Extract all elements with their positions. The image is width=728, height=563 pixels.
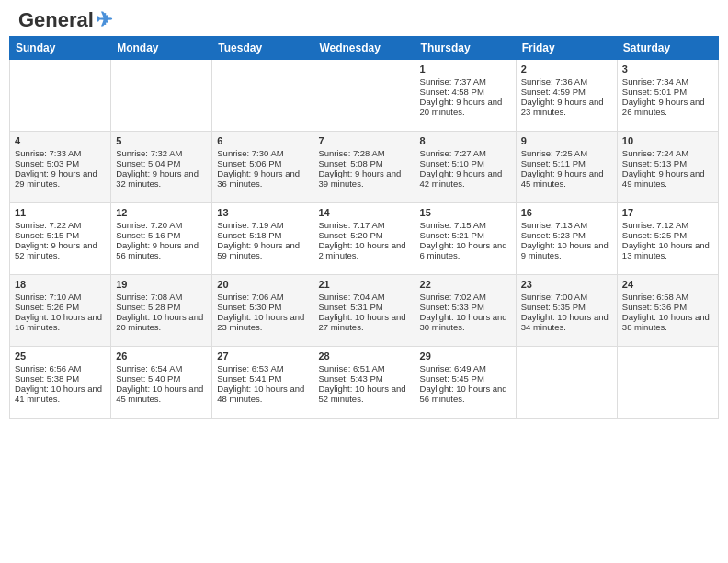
sunrise-text: Sunrise: 7:33 AM <box>15 148 106 158</box>
calendar-cell <box>617 347 718 419</box>
sunrise-text: Sunrise: 6:53 AM <box>217 363 308 373</box>
day-number: 3 <box>622 63 713 75</box>
day-number: 18 <box>15 279 106 290</box>
sunset-text: Sunset: 4:59 PM <box>521 86 612 97</box>
weekday-header: Friday <box>516 37 617 60</box>
daylight-text: Daylight: 9 hours and 45 minutes. <box>521 168 612 189</box>
sunrise-text: Sunrise: 7:04 AM <box>318 292 409 302</box>
sunrise-text: Sunrise: 7:12 AM <box>622 220 713 230</box>
calendar-cell: 6Sunrise: 7:30 AMSunset: 5:06 PMDaylight… <box>212 132 313 203</box>
sunrise-text: Sunrise: 7:25 AM <box>521 148 612 158</box>
daylight-text: Daylight: 10 hours and 6 minutes. <box>420 240 511 260</box>
calendar-week-row: 25Sunrise: 6:56 AMSunset: 5:38 PMDayligh… <box>10 347 719 419</box>
day-number: 8 <box>420 135 511 146</box>
daylight-text: Daylight: 10 hours and 52 minutes. <box>318 384 409 404</box>
sunset-text: Sunset: 4:58 PM <box>420 86 511 97</box>
sunset-text: Sunset: 5:08 PM <box>318 158 409 168</box>
sunrise-text: Sunrise: 6:54 AM <box>116 363 207 373</box>
calendar-cell: 15Sunrise: 7:15 AMSunset: 5:21 PMDayligh… <box>415 203 516 275</box>
daylight-text: Daylight: 9 hours and 29 minutes. <box>15 168 106 189</box>
daylight-text: Daylight: 9 hours and 20 minutes. <box>420 97 511 117</box>
day-number: 23 <box>521 279 612 290</box>
calendar-cell: 22Sunrise: 7:02 AMSunset: 5:33 PMDayligh… <box>415 275 516 347</box>
calendar-cell: 12Sunrise: 7:20 AMSunset: 5:16 PMDayligh… <box>111 203 212 275</box>
daylight-text: Daylight: 10 hours and 41 minutes. <box>15 384 106 404</box>
sunset-text: Sunset: 5:11 PM <box>521 158 612 168</box>
day-number: 17 <box>622 207 713 218</box>
calendar-cell: 23Sunrise: 7:00 AMSunset: 5:35 PMDayligh… <box>516 275 617 347</box>
page-header: General✈ <box>0 0 728 36</box>
calendar-cell: 9Sunrise: 7:25 AMSunset: 5:11 PMDaylight… <box>516 132 617 203</box>
sunrise-text: Sunrise: 7:15 AM <box>420 220 511 230</box>
daylight-text: Daylight: 9 hours and 26 minutes. <box>622 97 713 117</box>
sunset-text: Sunset: 5:16 PM <box>116 230 207 240</box>
calendar-cell: 25Sunrise: 6:56 AMSunset: 5:38 PMDayligh… <box>10 347 111 419</box>
calendar-week-row: 11Sunrise: 7:22 AMSunset: 5:15 PMDayligh… <box>10 203 719 275</box>
calendar-cell: 3Sunrise: 7:34 AMSunset: 5:01 PMDaylight… <box>617 60 718 132</box>
daylight-text: Daylight: 9 hours and 23 minutes. <box>521 97 612 117</box>
day-number: 28 <box>318 350 409 362</box>
day-number: 10 <box>622 135 713 146</box>
weekday-header: Tuesday <box>212 37 313 60</box>
day-number: 22 <box>420 279 511 290</box>
calendar-cell: 28Sunrise: 6:51 AMSunset: 5:43 PMDayligh… <box>313 347 415 419</box>
sunrise-text: Sunrise: 7:22 AM <box>15 220 106 230</box>
weekday-header: Saturday <box>617 37 718 60</box>
calendar-container: SundayMondayTuesdayWednesdayThursdayFrid… <box>0 36 728 423</box>
daylight-text: Daylight: 10 hours and 48 minutes. <box>217 384 308 404</box>
calendar-cell: 5Sunrise: 7:32 AMSunset: 5:04 PMDaylight… <box>111 132 212 203</box>
calendar-cell: 7Sunrise: 7:28 AMSunset: 5:08 PMDaylight… <box>313 132 415 203</box>
daylight-text: Daylight: 9 hours and 39 minutes. <box>318 168 409 189</box>
calendar-cell: 20Sunrise: 7:06 AMSunset: 5:30 PMDayligh… <box>212 275 313 347</box>
daylight-text: Daylight: 10 hours and 27 minutes. <box>318 312 409 332</box>
sunrise-text: Sunrise: 7:32 AM <box>116 148 207 158</box>
day-number: 11 <box>15 207 106 218</box>
daylight-text: Daylight: 9 hours and 52 minutes. <box>15 240 106 260</box>
calendar-table: SundayMondayTuesdayWednesdayThursdayFrid… <box>9 36 719 419</box>
daylight-text: Daylight: 9 hours and 59 minutes. <box>217 240 308 260</box>
daylight-text: Daylight: 10 hours and 9 minutes. <box>521 240 612 260</box>
calendar-cell: 21Sunrise: 7:04 AMSunset: 5:31 PMDayligh… <box>313 275 415 347</box>
sunrise-text: Sunrise: 7:20 AM <box>116 220 207 230</box>
calendar-week-row: 4Sunrise: 7:33 AMSunset: 5:03 PMDaylight… <box>10 132 719 203</box>
calendar-week-row: 18Sunrise: 7:10 AMSunset: 5:26 PMDayligh… <box>10 275 719 347</box>
calendar-cell: 8Sunrise: 7:27 AMSunset: 5:10 PMDaylight… <box>415 132 516 203</box>
calendar-cell: 13Sunrise: 7:19 AMSunset: 5:18 PMDayligh… <box>212 203 313 275</box>
sunset-text: Sunset: 5:33 PM <box>420 302 511 312</box>
sunrise-text: Sunrise: 7:13 AM <box>521 220 612 230</box>
sunset-text: Sunset: 5:01 PM <box>622 86 713 97</box>
calendar-cell: 27Sunrise: 6:53 AMSunset: 5:41 PMDayligh… <box>212 347 313 419</box>
daylight-text: Daylight: 10 hours and 2 minutes. <box>318 240 409 260</box>
calendar-cell: 11Sunrise: 7:22 AMSunset: 5:15 PMDayligh… <box>10 203 111 275</box>
day-number: 7 <box>318 135 409 146</box>
sunrise-text: Sunrise: 7:02 AM <box>420 292 511 302</box>
day-number: 13 <box>217 207 308 218</box>
day-number: 2 <box>521 63 612 75</box>
sunset-text: Sunset: 5:30 PM <box>217 302 308 312</box>
day-number: 4 <box>15 135 106 146</box>
sunset-text: Sunset: 5:18 PM <box>217 230 308 240</box>
weekday-header: Wednesday <box>313 37 415 60</box>
day-number: 15 <box>420 207 511 218</box>
sunset-text: Sunset: 5:25 PM <box>622 230 713 240</box>
calendar-cell: 24Sunrise: 6:58 AMSunset: 5:36 PMDayligh… <box>617 275 718 347</box>
calendar-cell <box>111 60 212 132</box>
sunrise-text: Sunrise: 7:17 AM <box>318 220 409 230</box>
sunrise-text: Sunrise: 7:30 AM <box>217 148 308 158</box>
daylight-text: Daylight: 9 hours and 56 minutes. <box>116 240 207 260</box>
daylight-text: Daylight: 10 hours and 23 minutes. <box>217 312 308 332</box>
calendar-cell: 17Sunrise: 7:12 AMSunset: 5:25 PMDayligh… <box>617 203 718 275</box>
sunrise-text: Sunrise: 7:00 AM <box>521 292 612 302</box>
daylight-text: Daylight: 10 hours and 13 minutes. <box>622 240 713 260</box>
logo-text: General✈ <box>18 9 112 31</box>
sunrise-text: Sunrise: 7:36 AM <box>521 76 612 86</box>
sunset-text: Sunset: 5:03 PM <box>15 158 106 168</box>
sunset-text: Sunset: 5:35 PM <box>521 302 612 312</box>
calendar-cell: 10Sunrise: 7:24 AMSunset: 5:13 PMDayligh… <box>617 132 718 203</box>
sunset-text: Sunset: 5:15 PM <box>15 230 106 240</box>
day-number: 29 <box>420 350 511 362</box>
weekday-header: Sunday <box>10 37 111 60</box>
sunrise-text: Sunrise: 7:27 AM <box>420 148 511 158</box>
day-number: 19 <box>116 279 207 290</box>
day-number: 9 <box>521 135 612 146</box>
